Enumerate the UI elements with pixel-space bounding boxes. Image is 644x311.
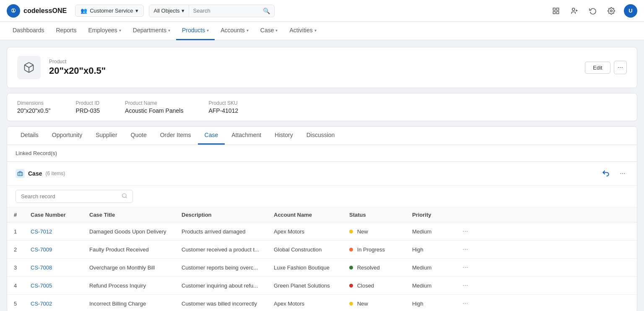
- nav-item-employees[interactable]: Employees ▾: [83, 22, 127, 40]
- cell-case-title: Refund Process Inquiry: [83, 277, 175, 295]
- col-hash: #: [7, 207, 24, 223]
- tab-discussion[interactable]: Discussion: [300, 127, 342, 145]
- search-bar: All Objects ▾ 🔍: [149, 5, 274, 17]
- col-actions: [456, 207, 637, 223]
- dimensions-value: 20"x20"x0.5": [17, 107, 51, 114]
- col-priority: Priority: [405, 207, 456, 223]
- cell-description: Customer received a product t...: [175, 241, 267, 259]
- case-section: Case (6 items) ···: [7, 162, 637, 311]
- case-number-link[interactable]: CS-7002: [31, 301, 52, 307]
- search-icon: 🔍: [263, 8, 270, 14]
- user-avatar[interactable]: U: [624, 4, 637, 18]
- app-switcher-label: Customer Service: [90, 8, 133, 14]
- tab-opportunity[interactable]: Opportunity: [45, 127, 89, 145]
- settings-icon[interactable]: [605, 5, 617, 17]
- cell-num: 1: [7, 223, 24, 241]
- svg-rect-9: [18, 172, 23, 176]
- svg-point-10: [122, 194, 126, 197]
- cell-status: New: [343, 223, 405, 241]
- status-dot: [349, 248, 353, 251]
- col-account-name: Account Name: [267, 207, 343, 223]
- nav-label-case: Case: [260, 27, 274, 34]
- nav-item-case[interactable]: Case ▾: [254, 22, 284, 40]
- case-actions: ···: [599, 167, 628, 180]
- svg-rect-0: [553, 8, 555, 10]
- table-row: 1 CS-7012 Damaged Goods Upon Delivery Pr…: [7, 223, 637, 241]
- nav-item-products[interactable]: Products ▾: [176, 22, 215, 40]
- case-share-button[interactable]: [599, 167, 613, 180]
- row-more-button[interactable]: ···: [462, 264, 468, 271]
- dimensions-label: Dimensions: [17, 100, 51, 106]
- case-table-head: # Case Number Case Title Description Acc…: [7, 207, 637, 223]
- search-object-dropdown[interactable]: All Objects ▾: [149, 5, 189, 16]
- status-text: Closed: [357, 282, 374, 289]
- case-number-link[interactable]: CS-7005: [31, 282, 52, 289]
- nav-arrow-case: ▾: [275, 28, 278, 33]
- product-more-button[interactable]: ···: [614, 61, 627, 74]
- app-switcher[interactable]: 👥 Customer Service ▾: [75, 5, 144, 17]
- case-section-icon: [16, 169, 25, 178]
- product-name-label: Product Name: [125, 100, 183, 106]
- case-number-link[interactable]: CS-7012: [31, 228, 52, 235]
- row-more-button[interactable]: ···: [462, 282, 468, 289]
- tab-supplier[interactable]: Supplier: [89, 127, 124, 145]
- nav-label-activities: Activities: [289, 27, 312, 34]
- nav-item-activities[interactable]: Activities ▾: [283, 22, 322, 40]
- row-more-button[interactable]: ···: [462, 300, 468, 307]
- cell-case-number: CS-7002: [24, 295, 83, 311]
- search-record-field[interactable]: [16, 190, 133, 203]
- tab-details[interactable]: Details: [14, 127, 45, 145]
- status-text: Resolved: [357, 264, 380, 271]
- nav-label-departments: Departments: [133, 27, 166, 34]
- history-icon[interactable]: [587, 5, 599, 17]
- cell-status: Closed: [343, 277, 405, 295]
- search-record-input[interactable]: [21, 193, 118, 200]
- tab-case[interactable]: Case: [198, 127, 225, 145]
- cell-case-number: CS-7008: [24, 259, 83, 277]
- table-row: 4 CS-7005 Refund Process Inquiry Custome…: [7, 277, 637, 295]
- case-table-body: 1 CS-7012 Damaged Goods Upon Delivery Pr…: [7, 223, 637, 311]
- edit-button[interactable]: Edit: [585, 62, 610, 74]
- add-user-icon[interactable]: [569, 5, 580, 17]
- product-title-area: Product 20"x20"x0.5": [49, 59, 576, 76]
- nav-bar: Dashboards Reports Employees ▾ Departmen…: [0, 22, 644, 40]
- tab-history[interactable]: History: [268, 127, 300, 145]
- search-input-wrap: 🔍: [189, 5, 274, 17]
- search-input[interactable]: [193, 8, 260, 14]
- cell-priority: Medium: [405, 277, 456, 295]
- logo-area: ① codelessONE: [7, 4, 67, 18]
- product-icon-box: [17, 56, 41, 79]
- case-number-link[interactable]: CS-7008: [31, 264, 52, 271]
- cell-account-name: Luxe Fashion Boutique: [267, 259, 343, 277]
- cell-row-more: ···: [456, 277, 637, 295]
- meta-product-sku: Product SKU AFP-41012: [208, 100, 238, 114]
- product-name-value: Acoustic Foam Panels: [125, 107, 183, 114]
- tab-attachment[interactable]: Attachment: [225, 127, 268, 145]
- cell-priority: Medium: [405, 223, 456, 241]
- svg-rect-3: [557, 11, 559, 13]
- table-row: 3 CS-7008 Overcharge on Monthly Bill Cus…: [7, 259, 637, 277]
- stack-icon[interactable]: [550, 5, 562, 17]
- case-more-button[interactable]: ···: [617, 168, 628, 179]
- main-content: Product 20"x20"x0.5" Edit ··· Dimensions…: [0, 40, 644, 311]
- nav-arrow-accounts: ▾: [247, 28, 249, 33]
- status-dot: [349, 266, 353, 270]
- case-number-link[interactable]: CS-7009: [31, 246, 52, 253]
- cell-description: Customer inquiring about refu...: [175, 277, 267, 295]
- svg-rect-1: [557, 8, 559, 10]
- row-more-button[interactable]: ···: [462, 228, 468, 235]
- cell-row-more: ···: [456, 259, 637, 277]
- tab-order-items[interactable]: Order Items: [153, 127, 198, 145]
- cell-status: In Progress: [343, 241, 405, 259]
- nav-item-departments[interactable]: Departments ▾: [127, 22, 176, 40]
- row-more-button[interactable]: ···: [462, 246, 468, 253]
- table-row: 2 CS-7009 Faulty Product Received Custom…: [7, 241, 637, 259]
- nav-arrow-products: ▾: [207, 28, 209, 33]
- nav-item-reports[interactable]: Reports: [50, 22, 83, 40]
- meta-dimensions: Dimensions 20"x20"x0.5": [17, 100, 51, 114]
- case-section-header: Case (6 items) ···: [7, 162, 637, 186]
- nav-item-accounts[interactable]: Accounts ▾: [215, 22, 254, 40]
- nav-item-dashboards[interactable]: Dashboards: [7, 22, 50, 40]
- table-row: 5 CS-7002 Incorrect Billing Charge Custo…: [7, 295, 637, 311]
- tab-quote[interactable]: Quote: [124, 127, 153, 145]
